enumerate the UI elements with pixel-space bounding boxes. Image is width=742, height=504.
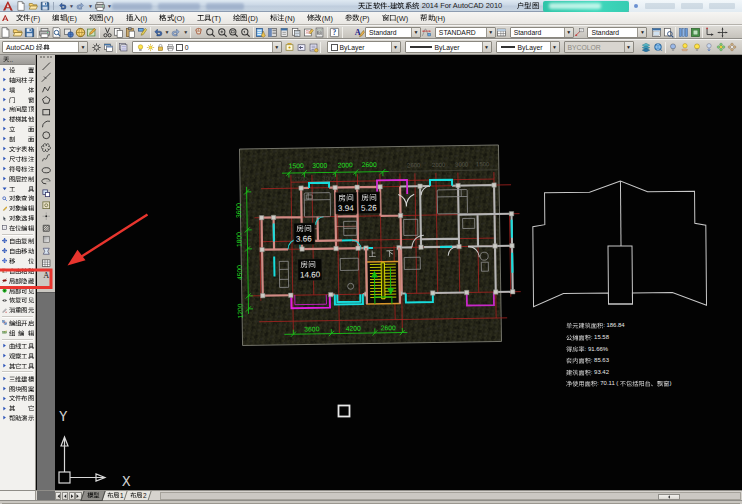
revision-cloud-button[interactable] (39, 141, 53, 153)
combo-arrow-icon[interactable]: ▼ (550, 42, 559, 52)
screen-menu-item-19[interactable] (0, 246, 35, 256)
screen-menu-item-32[interactable] (0, 361, 35, 371)
screen-menu-item-0[interactable] (0, 65, 35, 75)
menu-item-7[interactable]: (N) (264, 12, 301, 25)
infocenter-search-box[interactable] (543, 1, 629, 12)
redo-icon[interactable] (76, 1, 86, 11)
line-button[interactable] (39, 60, 53, 72)
menu-item-11[interactable]: (H) (414, 12, 451, 25)
menu-item-6[interactable]: (D) (227, 12, 264, 25)
screen-menu-item-7[interactable] (0, 134, 35, 144)
circle-button[interactable] (39, 130, 53, 142)
layer-combo[interactable]: 0▼ (132, 41, 282, 53)
open-button[interactable] (12, 26, 24, 39)
rectangle-button[interactable] (39, 106, 53, 118)
app-menu-icon[interactable] (1, 14, 9, 22)
combo-arrow-icon[interactable]: ▼ (272, 42, 281, 52)
screen-menu-item-28[interactable] (0, 328, 35, 338)
layer-off-button[interactable] (668, 41, 680, 54)
tool-palettes-button[interactable] (279, 26, 291, 39)
screen-menu-item-25[interactable] (0, 305, 35, 315)
screen-menu-item-30[interactable] (0, 341, 35, 351)
combo-arrow-icon[interactable]: ▼ (391, 42, 400, 52)
menu-item-10[interactable]: (W) (376, 12, 415, 25)
layer-merge-button[interactable] (715, 41, 727, 54)
polyline-button[interactable] (39, 83, 53, 95)
combo-arrow-icon[interactable]: ▼ (564, 28, 573, 37)
publish-button[interactable] (62, 26, 74, 39)
menu-item-1[interactable]: (E) (46, 12, 83, 25)
screen-menu-item-11[interactable] (0, 174, 35, 184)
screen-menu-item-35[interactable] (0, 384, 35, 394)
screen-menu-item-38[interactable] (0, 413, 35, 423)
web-publish-button[interactable] (74, 26, 86, 39)
move-button[interactable] (716, 26, 728, 39)
screen-menu-item-20[interactable] (0, 256, 35, 266)
table-button[interactable] (39, 257, 53, 269)
combo-arrow-icon[interactable]: ▼ (637, 28, 646, 37)
mtext-button[interactable]: A (39, 269, 53, 281)
autocad-logo-icon[interactable] (1, 0, 14, 12)
open-icon[interactable] (28, 1, 38, 11)
screen-menu-item-18[interactable] (0, 236, 35, 246)
screen-menu-item-36[interactable] (0, 394, 35, 404)
undo-dropdown-icon[interactable]: ▼ (69, 1, 74, 11)
workspace-combo[interactable]: AutoCAD ▼ (2, 41, 88, 53)
sheetset-manager-button[interactable] (290, 26, 302, 39)
screen-menu-item-37[interactable] (0, 403, 35, 413)
layout-tab-0[interactable] (80, 491, 105, 501)
zoom-window-button[interactable] (228, 26, 240, 39)
menu-item-9[interactable]: (P) (339, 12, 376, 25)
new-icon[interactable] (16, 1, 26, 11)
layer-states-button[interactable] (307, 41, 319, 54)
dropdown-arrow-icon[interactable]: ▼ (163, 29, 170, 35)
screen-menu-item-16[interactable] (0, 223, 35, 233)
screen-menu-item-3[interactable] (0, 95, 35, 105)
mleader-style-icon[interactable] (574, 26, 586, 39)
screen-menu-item-34[interactable] (0, 374, 35, 384)
command-line-strip[interactable] (0, 500, 742, 504)
menu-item-4[interactable]: (O) (153, 12, 190, 25)
lineweight-combo[interactable]: ByLayer▼ (496, 41, 560, 53)
viewports-button[interactable] (677, 26, 689, 39)
insert-layers-button[interactable] (641, 41, 653, 54)
tab-prev-button[interactable] (62, 492, 68, 501)
layer-previous-button[interactable] (296, 41, 308, 54)
layer-isolate-button[interactable] (679, 41, 691, 54)
new-button[interactable] (0, 26, 12, 39)
quickcalc-button[interactable] (314, 26, 326, 39)
screen-menu-item-1[interactable] (0, 75, 35, 85)
view-preview-button[interactable] (662, 26, 674, 39)
construction-line-button[interactable] (39, 72, 53, 84)
copy-button[interactable] (113, 26, 125, 39)
menu-item-0[interactable]: (F) (10, 12, 46, 25)
cut-button[interactable] (101, 26, 113, 39)
dim-style-icon[interactable] (421, 26, 433, 39)
ellipse-arc-button[interactable] (39, 176, 53, 188)
signin-icon[interactable] (634, 4, 638, 8)
combo-arrow-icon[interactable]: ▼ (411, 28, 420, 37)
color-combo[interactable]: ByLayer▼ (327, 41, 401, 53)
screen-menu-item-6[interactable] (0, 124, 35, 134)
layer-translate-button[interactable] (652, 41, 664, 54)
markup-button[interactable] (86, 26, 98, 39)
layer-lower-button[interactable] (703, 41, 715, 54)
plot-button[interactable] (39, 26, 51, 39)
zoom-object-button[interactable] (216, 26, 228, 39)
tab-first-button[interactable] (55, 492, 61, 501)
undo-icon[interactable] (57, 1, 67, 11)
horizontal-scrollbar[interactable] (160, 492, 741, 500)
screen-menu-item-13[interactable] (0, 194, 35, 204)
scrollbar-thumb[interactable] (658, 494, 680, 500)
gradient-button[interactable] (39, 234, 53, 246)
screen-menu-item-27[interactable] (0, 318, 35, 328)
save-icon[interactable] (40, 1, 50, 11)
redo-dropdown-icon[interactable]: ▼ (88, 1, 93, 11)
table-style-combo[interactable]: Standard▼ (510, 27, 574, 38)
screen-menu-item-31[interactable] (0, 351, 35, 361)
properties-button[interactable] (255, 26, 267, 39)
screen-menu-item-12[interactable] (0, 184, 35, 194)
screen-menu-item-8[interactable] (0, 144, 35, 154)
menu-item-8[interactable]: (M) (301, 12, 339, 25)
save-button[interactable] (24, 26, 36, 39)
